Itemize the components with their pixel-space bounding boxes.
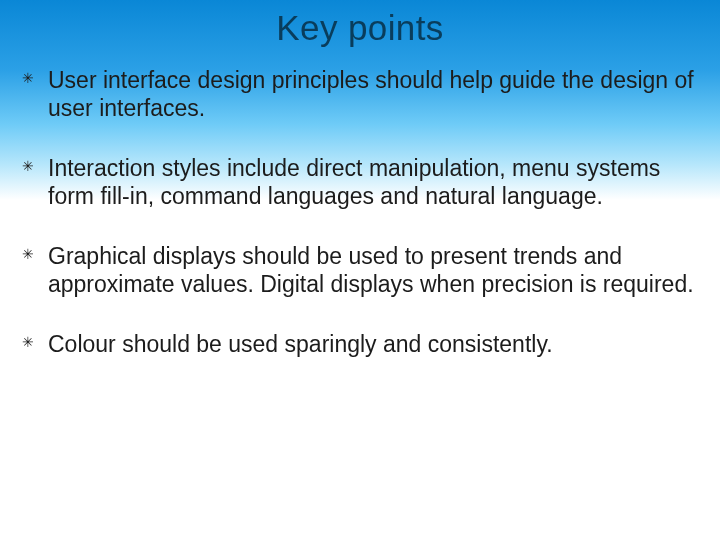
list-item: User interface design principles should …: [26, 66, 694, 122]
list-item: Interaction styles include direct manipu…: [26, 154, 694, 210]
slide-title: Key points: [26, 8, 694, 48]
bullet-list: User interface design principles should …: [26, 66, 694, 358]
slide-content: Key points User interface design princip…: [0, 0, 720, 358]
list-item: Graphical displays should be used to pre…: [26, 242, 694, 298]
list-item: Colour should be used sparingly and cons…: [26, 330, 694, 358]
